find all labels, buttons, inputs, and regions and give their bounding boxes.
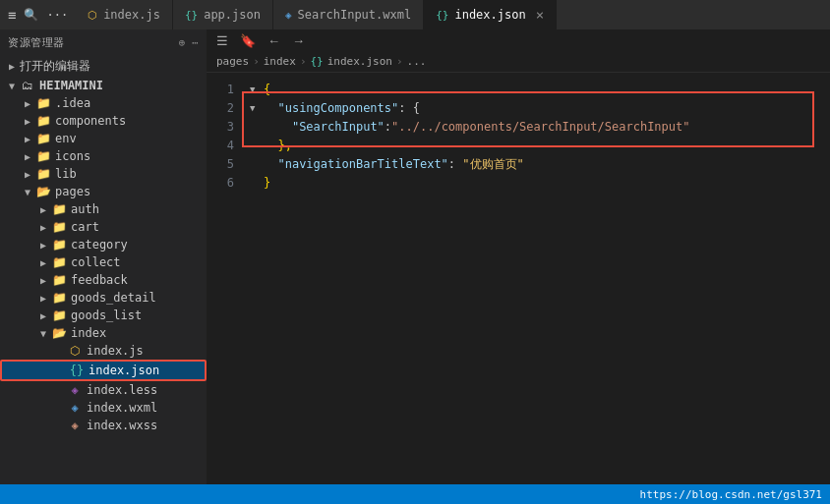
open-editors-arrow: ▶ (4, 61, 20, 72)
code-editor: 1 2 3 4 5 6 ▼ { ▼ "usingCom (207, 73, 830, 484)
sidebar-title: 资源管理器 (8, 35, 65, 50)
tree-item-index-less[interactable]: ▶ ◈ index.less (0, 381, 207, 399)
tree-item-index-js[interactable]: ▶ ⬡ index.js (0, 342, 207, 360)
env-arrow: ▶ (20, 134, 35, 144)
nav-back-btn[interactable]: ← (264, 31, 284, 50)
goods-detail-icon: 📁 (51, 291, 67, 305)
code-line-3: ▶ "SearchInput" : "../../components/Sear… (250, 118, 830, 137)
sidebar-content: ▶ 打开的编辑器 ▼ 🗂 HEIMAMINI ▶ 📁 .idea ▶ 📁 com… (0, 56, 207, 484)
auth-icon: 📁 (51, 202, 67, 216)
code-brace-open: { (264, 81, 270, 99)
index-less-label: index.less (87, 383, 207, 397)
breadcrumb-sep3: › (396, 55, 403, 68)
collect-icon: 📁 (51, 255, 67, 269)
fold-arrow-1[interactable]: ▼ (250, 81, 264, 99)
open-editors-label: 打开的编辑器 (20, 58, 90, 75)
menu-icon[interactable]: ≡ (8, 7, 16, 23)
tree-item-index-wxml[interactable]: ▶ ◈ index.wxml (0, 399, 207, 417)
tree-item-goods-detail[interactable]: ▶ 📁 goods_detail (0, 289, 207, 307)
breadcrumb-pages[interactable]: pages (216, 55, 249, 68)
components-label: components (55, 114, 207, 128)
tree-item-env[interactable]: ▶ 📁 env (0, 130, 207, 147)
tree-item-components[interactable]: ▶ 📁 components (0, 112, 207, 130)
content-area: ☰ 🔖 ← → pages › index › {} index.json › … (207, 29, 830, 484)
index-folder-icon: 📂 (51, 326, 67, 340)
code-indent-2 (264, 99, 277, 118)
tab-searchinput-wxml[interactable]: ◈ SearchInput.wxml (273, 0, 424, 29)
breadcrumb-index[interactable]: index (264, 55, 296, 68)
breadcrumb-ellipsis: ... (407, 55, 427, 68)
tab-index-js[interactable]: ⬡ index.js (76, 0, 173, 29)
tree-item-index-wxss[interactable]: ▶ ◈ index.wxss (0, 417, 207, 434)
tree-item-collect[interactable]: ▶ 📁 collect (0, 253, 207, 271)
icons-label: icons (55, 149, 207, 163)
tab-label-app-json: app.json (204, 8, 261, 22)
tab-icon-json-active: {} (436, 9, 448, 22)
toolbar-strip: ☰ 🔖 ← → (207, 29, 830, 51)
lib-arrow: ▶ (20, 169, 35, 180)
breadcrumb-sep2: › (300, 55, 307, 68)
line-num-3: 3 (207, 118, 234, 137)
tree-item-cart[interactable]: ▶ 📁 cart (0, 218, 207, 236)
code-line-2: ▼ "usingComponents" : { (250, 99, 830, 118)
search-icon[interactable]: 🔍 (24, 8, 38, 22)
cart-icon: 📁 (51, 220, 67, 234)
tree-item-pages[interactable]: ▼ 📂 pages (0, 183, 207, 200)
lib-icon: 📁 (35, 167, 51, 181)
tabs-area: ⬡ index.js {} app.json ◈ SearchInput.wxm… (76, 0, 830, 29)
tree-item-idea[interactable]: ▶ 📁 .idea (0, 94, 207, 112)
cart-arrow: ▶ (35, 222, 51, 233)
code-colon-3: : (385, 118, 391, 137)
tree-item-index-folder[interactable]: ▼ 📂 index (0, 324, 207, 342)
tab-app-json[interactable]: {} app.json (173, 0, 273, 29)
project-root-icon: 🗂 (20, 79, 35, 92)
tab-label-index-js: index.js (103, 8, 160, 22)
tree-item-icons[interactable]: ▶ 📁 icons (0, 147, 207, 165)
code-indent-5 (264, 155, 277, 174)
tab-index-json[interactable]: {} index.json × (424, 0, 557, 29)
sidebar-header-icons: ⊕ ⋯ (179, 36, 199, 49)
fold-arrow-2[interactable]: ▼ (250, 99, 264, 118)
index-js-icon: ⬡ (67, 344, 83, 358)
code-brace-close-4: }, (277, 137, 291, 155)
code-key-searchinput: "SearchInput" (292, 118, 385, 137)
sidebar: 资源管理器 ⊕ ⋯ ▶ 打开的编辑器 ▼ 🗂 HEIMAMINI ▶ 📁 (0, 29, 207, 484)
line-num-2: 2 (207, 99, 234, 118)
project-root[interactable]: ▼ 🗂 HEIMAMINI (0, 77, 207, 94)
tree-item-goods-list[interactable]: ▶ 📁 goods_list (0, 307, 207, 324)
tree-item-auth[interactable]: ▶ 📁 auth (0, 200, 207, 218)
tab-close-index-json[interactable]: × (536, 7, 544, 23)
collect-arrow: ▶ (35, 257, 51, 268)
nav-forward-btn[interactable]: → (288, 31, 309, 50)
index-js-label: index.js (87, 344, 207, 358)
tree-item-feedback[interactable]: ▶ 📁 feedback (0, 271, 207, 289)
tree-item-lib[interactable]: ▶ 📁 lib (0, 165, 207, 183)
code-line-4: ▶ }, (250, 137, 830, 155)
code-colon-5: : (448, 155, 462, 174)
tree-item-index-json[interactable]: ▶ {} index.json (0, 360, 207, 381)
tab-icon-wxml: ◈ (285, 9, 292, 22)
idea-arrow: ▶ (20, 98, 35, 109)
bookmark-btn[interactable]: 🔖 (236, 31, 260, 50)
main-area: 资源管理器 ⊕ ⋯ ▶ 打开的编辑器 ▼ 🗂 HEIMAMINI ▶ 📁 (0, 29, 830, 484)
code-content[interactable]: ▼ { ▼ "usingComponents" : { ▶ "SearchInp… (242, 73, 830, 484)
sidebar-new-file-icon[interactable]: ⊕ (179, 36, 186, 49)
code-indent-4 (264, 137, 277, 155)
more-icon[interactable]: ··· (46, 8, 68, 22)
category-arrow: ▶ (35, 240, 51, 251)
line-num-4: 4 (207, 137, 234, 155)
components-icon: 📁 (35, 114, 51, 128)
index-wxss-icon: ◈ (67, 419, 83, 432)
cart-label: cart (71, 220, 207, 234)
tree-item-category[interactable]: ▶ 📁 category (0, 236, 207, 253)
feedback-label: feedback (71, 273, 207, 287)
code-indent-3 (264, 118, 292, 137)
sidebar-more-icon[interactable]: ⋯ (192, 36, 199, 49)
lib-label: lib (55, 167, 207, 181)
project-name: HEIMAMINI (39, 79, 103, 92)
index-wxml-label: index.wxml (87, 401, 207, 415)
toggle-sidebar-btn[interactable]: ☰ (212, 31, 232, 50)
breadcrumb-index-json[interactable]: index.json (327, 55, 392, 68)
open-editors-section[interactable]: ▶ 打开的编辑器 (0, 56, 207, 77)
auth-arrow: ▶ (35, 204, 51, 215)
